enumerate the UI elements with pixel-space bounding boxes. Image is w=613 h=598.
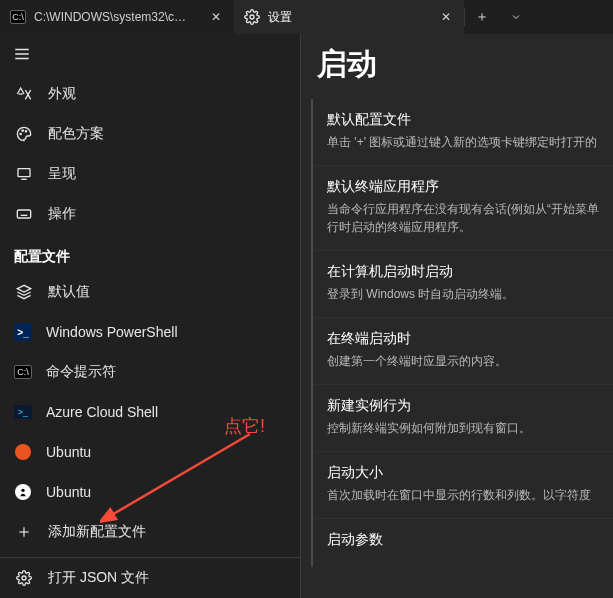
sidebar-item-label: 配色方案: [48, 125, 104, 143]
sidebar-profile-cmd[interactable]: C:\ 命令提示符: [0, 352, 300, 392]
setting-title: 在终端启动时: [327, 330, 601, 348]
setting-desc: 控制新终端实例如何附加到现有窗口。: [327, 419, 601, 437]
tab-bar: C:\ C:\WINDOWS\system32\cmd.e ✕ 设置 ✕ ＋: [0, 0, 613, 34]
tab-cmd[interactable]: C:\ C:\WINDOWS\system32\cmd.e ✕: [0, 0, 234, 34]
setting-default-terminal-app[interactable]: 默认终端应用程序 当命令行应用程序在没有现有会话(例如从“开始菜单行时启动的终端…: [313, 165, 613, 250]
setting-launch-size[interactable]: 启动大小 首次加载时在窗口中显示的行数和列数。以字符度: [313, 451, 613, 518]
setting-title: 默认配置文件: [327, 111, 601, 129]
tab-cmd-close[interactable]: ✕: [208, 9, 224, 25]
sidebar-item-label: Ubuntu: [46, 484, 91, 500]
sidebar-item-label: 呈现: [48, 165, 76, 183]
sidebar-bottom: 打开 JSON 文件: [0, 557, 300, 598]
setting-launch-params[interactable]: 启动参数: [313, 518, 613, 567]
plus-icon: [14, 522, 34, 542]
sidebar-profile-ubuntu-1[interactable]: Ubuntu: [0, 432, 300, 472]
sidebar-item-rendering[interactable]: 呈现: [0, 154, 300, 194]
sidebar-nav: 外观 配色方案 呈现 操作 配置文件: [0, 74, 300, 557]
sidebar-profile-azure[interactable]: >_ Azure Cloud Shell: [0, 392, 300, 432]
gear-icon: [14, 568, 34, 588]
setting-desc: 登录到 Windows 时自动启动终端。: [327, 285, 601, 303]
sidebar-add-profile[interactable]: 添加新配置文件: [0, 512, 300, 552]
settings-list: 默认配置文件 单击 '+' 图标或通过键入新的选项卡键绑定时打开的 默认终端应用…: [311, 99, 613, 567]
open-json-label: 打开 JSON 文件: [48, 569, 149, 587]
sidebar-item-label: 操作: [48, 205, 76, 223]
sidebar-profile-ubuntu-2[interactable]: Ubuntu: [0, 472, 300, 512]
monitor-icon: [14, 164, 34, 184]
setting-desc: 首次加载时在窗口中显示的行数和列数。以字符度: [327, 486, 601, 504]
main: 外观 配色方案 呈现 操作 配置文件: [0, 34, 613, 598]
tab-actions: ＋: [464, 0, 533, 34]
settings-sidebar: 外观 配色方案 呈现 操作 配置文件: [0, 34, 300, 598]
setting-launch-on-startup[interactable]: 在计算机启动时启动 登录到 Windows 时自动启动终端。: [313, 250, 613, 317]
svg-point-6: [25, 131, 26, 132]
setting-title: 启动参数: [327, 531, 601, 549]
svg-point-5: [22, 130, 23, 131]
sidebar-item-label: 默认值: [48, 283, 90, 301]
tab-settings[interactable]: 设置 ✕: [234, 0, 464, 34]
sidebar-item-appearance[interactable]: 外观: [0, 74, 300, 114]
sidebar-item-label: Ubuntu: [46, 444, 91, 460]
sidebar-item-label: 添加新配置文件: [48, 523, 146, 541]
sidebar-item-label: 命令提示符: [46, 363, 116, 381]
setting-title: 在计算机启动时启动: [327, 263, 601, 281]
sidebar-profile-powershell[interactable]: >_ Windows PowerShell: [0, 312, 300, 352]
profiles-header: 配置文件: [0, 234, 300, 272]
sidebar-item-label: Azure Cloud Shell: [46, 404, 158, 420]
setting-desc: 当命令行应用程序在没有现有会话(例如从“开始菜单行时启动的终端应用程序。: [327, 200, 601, 236]
ubuntu-icon: [14, 443, 32, 461]
setting-title: 新建实例行为: [327, 397, 601, 415]
svg-point-4: [20, 133, 21, 134]
open-json-button[interactable]: 打开 JSON 文件: [0, 558, 300, 598]
page-title: 启动: [309, 38, 613, 99]
appearance-icon: [14, 84, 34, 104]
setting-desc: 创建第一个终端时应显示的内容。: [327, 352, 601, 370]
hamburger-button[interactable]: [0, 34, 44, 74]
setting-title: 默认终端应用程序: [327, 178, 601, 196]
cmd-icon: C:\: [14, 363, 32, 381]
svg-rect-7: [18, 169, 30, 177]
setting-desc: 单击 '+' 图标或通过键入新的选项卡键绑定时打开的: [327, 133, 601, 151]
sidebar-item-actions[interactable]: 操作: [0, 194, 300, 234]
setting-new-instance-behavior[interactable]: 新建实例行为 控制新终端实例如何附加到现有窗口。: [313, 384, 613, 451]
sidebar-item-label: 外观: [48, 85, 76, 103]
gear-icon: [244, 9, 260, 25]
cmd-tab-icon: C:\: [10, 9, 26, 25]
palette-icon: [14, 124, 34, 144]
azure-icon: >_: [14, 403, 32, 421]
setting-default-profile[interactable]: 默认配置文件 单击 '+' 图标或通过键入新的选项卡键绑定时打开的: [313, 99, 613, 165]
svg-point-19: [22, 576, 26, 580]
linux-icon: [14, 483, 32, 501]
setting-on-terminal-start[interactable]: 在终端启动时 创建第一个终端时应显示的内容。: [313, 317, 613, 384]
keyboard-icon: [14, 204, 34, 224]
tab-dropdown-button[interactable]: [499, 0, 533, 34]
svg-rect-9: [17, 210, 30, 218]
settings-content: 启动 默认配置文件 单击 '+' 图标或通过键入新的选项卡键绑定时打开的 默认终…: [300, 34, 613, 598]
layers-icon: [14, 282, 34, 302]
sidebar-item-label: Windows PowerShell: [46, 324, 178, 340]
tab-settings-close[interactable]: ✕: [438, 9, 454, 25]
svg-point-16: [21, 489, 24, 492]
sidebar-item-color[interactable]: 配色方案: [0, 114, 300, 154]
svg-point-0: [250, 15, 254, 19]
sidebar-profile-defaults[interactable]: 默认值: [0, 272, 300, 312]
tab-settings-title: 设置: [268, 9, 292, 26]
svg-marker-15: [17, 285, 30, 292]
powershell-icon: >_: [14, 323, 32, 341]
new-tab-button[interactable]: ＋: [465, 0, 499, 34]
tab-cmd-title: C:\WINDOWS\system32\cmd.e: [34, 10, 194, 24]
setting-title: 启动大小: [327, 464, 601, 482]
